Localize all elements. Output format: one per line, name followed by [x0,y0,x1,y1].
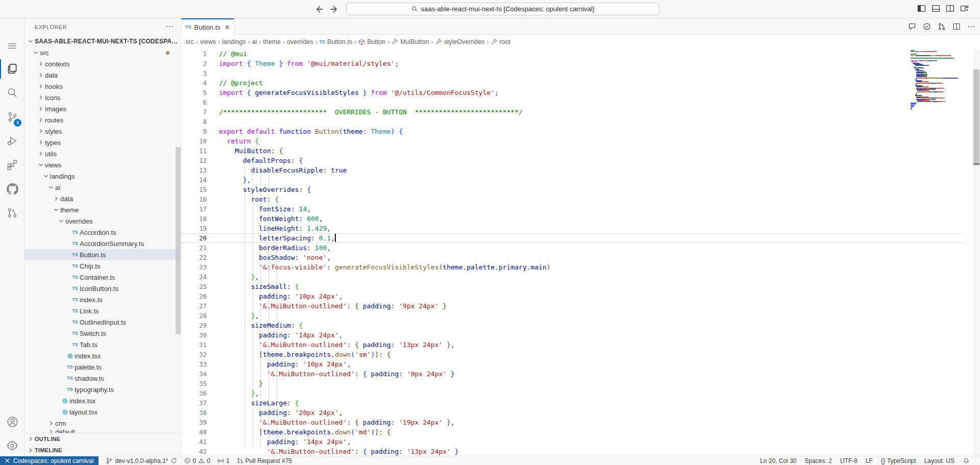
code-line-7[interactable]: 7/************************** OVERRIDES -… [181,107,980,117]
code-line-6[interactable]: 6 [181,97,980,107]
panel-bottom-icon[interactable] [932,4,940,13]
code-line-16[interactable]: 16 root: { [181,194,980,204]
tree-item-index.ts[interactable]: TSindex.ts [24,294,181,305]
code-line-32[interactable]: 32 [theme.breakpoints.down('sm')]: { [181,350,980,359]
notifications-bell-icon[interactable] [963,457,970,464]
breadcrumb-item-landings[interactable]: landings [222,38,246,45]
layout-status[interactable]: Layout: US [924,457,954,464]
close-icon[interactable]: ✕ [225,23,230,31]
tree-item-icons[interactable]: icons [24,92,181,103]
tree-item-index.tsx[interactable]: index.tsx [24,350,181,361]
tree-item-iconbutton.ts[interactable]: TSIconButton.ts [24,283,181,294]
code-line-31[interactable]: 31 '&.MuiButton-outlined': { padding: '1… [181,340,980,350]
tree-item-outlinedinput.ts[interactable]: TSOutlinedInput.ts [24,316,181,328]
breadcrumb-item-button-ts[interactable]: TSButton.ts [319,38,352,45]
tree-item-src[interactable]: src [24,47,181,58]
search-icon[interactable] [0,82,24,104]
tree-item-overrides[interactable]: overrides [24,215,181,227]
breadcrumb-item-styleoverrides[interactable]: styleOverrides [435,38,485,45]
tree-item-theme[interactable]: theme [24,204,181,215]
code-line-19[interactable]: 19 lineHeight: 1.429, [181,224,980,233]
tree-item-palette.ts[interactable]: TSpalette.ts [24,361,181,373]
tree-item-hooks[interactable]: hooks [24,81,181,92]
encoding-status[interactable]: UTF-8 [840,457,857,464]
tree-item-styles[interactable]: styles [24,126,181,137]
code-line-18[interactable]: 18 fontWeight: 600, [181,214,980,224]
code-editor[interactable]: 1// @mui2import { Theme } from '@mui/mat… [181,49,980,456]
pull-requests-icon[interactable] [0,202,24,224]
code-line-8[interactable]: 8 [181,117,980,127]
code-line-38[interactable]: 38 padding: '20px 24px', [181,408,980,418]
code-line-42[interactable]: 42 '&.MuiButton-outlined': { padding: '1… [181,447,980,456]
sidebar-left-icon[interactable] [917,4,926,13]
tree-item-accordion.ts[interactable]: TSAccordion.ts [24,227,181,238]
account-icon[interactable] [0,410,24,433]
problems-status[interactable]: 0 0 [184,457,210,464]
forward-icon[interactable] [329,4,340,15]
tree-item-link.ts[interactable]: TSLink.ts [24,305,181,316]
code-line-39[interactable]: 39 '&.MuiButton-outlined': { padding: '1… [181,418,980,427]
back-icon[interactable] [313,4,325,15]
code-line-30[interactable]: 30 padding: '14px 24px', [181,330,980,340]
code-line-28[interactable]: 28 }, [181,311,980,321]
editor-scrollbar[interactable] [973,49,980,456]
tree-item-landings[interactable]: landings [24,170,181,182]
tree-item-accordionsummary.ts[interactable]: TSAccordionSummary.ts [24,238,181,249]
tree-item-shadow.ts[interactable]: TSshadow.ts [24,373,181,384]
tree-item-chip.ts[interactable]: TSChip.ts [24,260,181,272]
line-col-status[interactable]: Ln 20, Col 30 [760,457,796,464]
ports-status[interactable]: 1 [217,457,230,464]
code-line-1[interactable]: 1// @mui [181,49,980,59]
code-line-13[interactable]: 13 disableFocusRipple: true [181,165,980,175]
tree-item-ai[interactable]: ai [24,182,181,193]
tree-item-container.ts[interactable]: TSContainer.ts [24,272,181,283]
split-editor-icon[interactable] [946,4,954,13]
more-actions-icon[interactable]: ⋯ [967,22,975,31]
code-line-27[interactable]: 27 '&.MuiButton-outlined': { padding: '9… [181,301,980,311]
menu-icon[interactable] [0,35,24,57]
explorer-more-actions-icon[interactable]: ⋯ [165,21,174,31]
comment-icon[interactable] [908,22,916,31]
code-line-10[interactable]: 10 return { [181,136,980,146]
tree-item-data[interactable]: data [24,193,181,204]
explorer-icon[interactable] [0,58,24,80]
code-line-29[interactable]: 29 sizeMedium: { [181,321,980,330]
extensions-icon[interactable] [0,154,24,176]
code-line-14[interactable]: 14 }, [181,175,980,185]
check-circle-icon[interactable] [923,22,931,31]
tree-item-contexts[interactable]: contexts [24,58,181,69]
code-line-15[interactable]: 15 styleOverrides: { [181,185,980,194]
code-line-22[interactable]: 22 boxShadow: 'none', [181,253,980,262]
tree-item-button.ts[interactable]: TSButton.ts [24,249,181,260]
layout-customize-icon[interactable] [960,4,969,13]
run-debug-icon[interactable] [0,130,24,152]
tree-item-saas-able-react-mui-next-ts-codespaces-o...[interactable]: SAAS-ABLE-REACT-MUI-NEXT-TS [CODESPACES:… [24,36,181,47]
tree-item-data[interactable]: data [24,69,181,81]
remote-indicator[interactable]: Codespaces: opulent carnival [0,456,99,465]
code-line-25[interactable]: 25 sizeSmall: { [181,282,980,291]
breadcrumb-item-root[interactable]: root [491,38,511,45]
tree-item-routes[interactable]: routes [24,114,181,126]
sidebar-scrollbar[interactable] [176,147,181,334]
code-line-3[interactable]: 3 [181,68,980,78]
breadcrumb-item-button[interactable]: Button [358,38,385,45]
code-line-37[interactable]: 37 sizeLarge: { [181,398,980,408]
code-line-26[interactable]: 26 padding: '10px 24px', [181,291,980,301]
tree-item-index.tsx[interactable]: index.tsx [24,395,181,406]
code-line-4[interactable]: 4// @project [181,78,980,88]
tree-item-layout.tsx[interactable]: layout.tsx [24,406,181,418]
code-line-12[interactable]: 12 defaultProps: { [181,156,980,165]
tree-item-views[interactable]: views [24,159,181,170]
code-line-2[interactable]: 2import { Theme } from '@mui/material/st… [181,59,980,68]
language-status[interactable]: {} TypeScript [881,457,916,464]
code-line-20[interactable]: 20 letterSpacing: 0.1, [181,233,980,243]
address-bar[interactable]: saas-able-react-mui-next-ts [Codespaces:… [346,3,659,15]
code-line-33[interactable]: 33 padding: '10px 24px', [181,359,980,369]
code-line-36[interactable]: 36 }, [181,388,980,398]
eol-status[interactable]: LF [866,457,873,464]
tree-item-tab.ts[interactable]: TSTab.ts [24,339,181,350]
code-line-24[interactable]: 24 }, [181,272,980,282]
settings-gear-icon[interactable] [0,434,24,457]
github-icon[interactable] [0,178,24,200]
tree-item-utils[interactable]: utils [24,148,181,159]
